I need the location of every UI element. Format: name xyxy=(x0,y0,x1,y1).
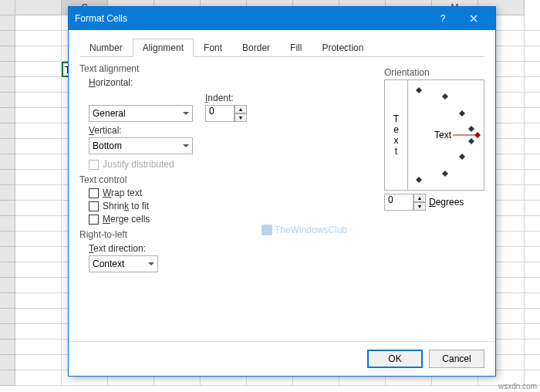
cell[interactable] xyxy=(525,185,540,201)
indent-spinner[interactable]: 0 ▲ ▼ xyxy=(205,105,247,122)
cell[interactable] xyxy=(525,231,540,247)
cell[interactable] xyxy=(15,154,62,170)
cell[interactable] xyxy=(15,185,62,201)
svg-marker-3 xyxy=(459,110,465,117)
svg-marker-6 xyxy=(459,154,465,160)
text-direction-select[interactable]: Context xyxy=(89,255,158,272)
ok-button[interactable]: OK xyxy=(367,350,423,368)
cell[interactable] xyxy=(525,216,540,231)
orientation-box[interactable]: Text Text xyxy=(384,79,484,191)
orientation-dial[interactable]: Text xyxy=(408,80,484,190)
cell[interactable] xyxy=(15,31,62,46)
tab-font[interactable]: Font xyxy=(194,39,232,57)
vertical-select[interactable]: Bottom xyxy=(89,137,193,154)
rtl-group: Right-to-left xyxy=(79,229,484,240)
svg-marker-1 xyxy=(416,87,422,93)
titlebar[interactable]: Format Cells ? xyxy=(69,7,495,30)
cell[interactable] xyxy=(525,46,540,62)
cell[interactable] xyxy=(525,108,540,123)
tab-strip: Number Alignment Font Border Fill Protec… xyxy=(79,38,484,57)
cell[interactable] xyxy=(525,15,540,31)
cell[interactable] xyxy=(15,15,62,31)
cell[interactable] xyxy=(525,324,540,340)
cell[interactable] xyxy=(525,31,540,46)
shrink-label: Shrink to fit xyxy=(103,201,149,211)
cell[interactable] xyxy=(15,324,62,340)
cell[interactable] xyxy=(15,309,62,324)
cell[interactable] xyxy=(15,77,62,93)
cell[interactable] xyxy=(525,154,540,170)
format-cells-dialog: Format Cells ? Number Alignment Font Bor… xyxy=(68,6,496,377)
orientation-horiz-text: Text xyxy=(434,130,452,140)
close-icon xyxy=(470,15,478,22)
cell[interactable] xyxy=(525,139,540,154)
svg-marker-2 xyxy=(442,93,448,100)
tab-border[interactable]: Border xyxy=(232,39,280,57)
cell[interactable] xyxy=(15,355,62,370)
cell[interactable] xyxy=(15,340,62,355)
indent-label: Indent: xyxy=(205,93,247,103)
dialog-title: Format Cells xyxy=(75,13,427,24)
orientation-group: Orientation xyxy=(384,67,484,78)
tab-protection[interactable]: Protection xyxy=(312,39,373,57)
shrink-checkbox[interactable] xyxy=(89,201,99,211)
svg-marker-5 xyxy=(468,138,474,144)
wrap-text-label: Wrap text xyxy=(103,188,142,198)
svg-marker-9 xyxy=(474,132,481,138)
svg-marker-7 xyxy=(442,171,448,177)
tab-alignment[interactable]: Alignment xyxy=(133,39,194,57)
cell[interactable] xyxy=(15,216,62,231)
cell[interactable] xyxy=(15,201,62,216)
cell[interactable] xyxy=(15,46,62,62)
help-button[interactable]: ? xyxy=(427,7,458,30)
cell[interactable] xyxy=(15,231,62,247)
cell[interactable] xyxy=(525,309,540,324)
cell[interactable] xyxy=(15,170,62,185)
cell[interactable] xyxy=(525,340,540,355)
cancel-button[interactable]: Cancel xyxy=(429,350,484,368)
cell[interactable] xyxy=(15,108,62,123)
cell[interactable] xyxy=(525,123,540,139)
cell[interactable] xyxy=(15,293,62,309)
text-direction-label: Text direction: xyxy=(89,243,484,254)
cell[interactable] xyxy=(525,201,540,216)
cell[interactable] xyxy=(525,247,540,262)
cell[interactable] xyxy=(15,278,62,293)
merge-checkbox[interactable] xyxy=(89,215,99,225)
tab-fill[interactable]: Fill xyxy=(280,39,312,57)
tab-number[interactable]: Number xyxy=(79,39,133,57)
cell[interactable] xyxy=(15,370,62,386)
orientation-vertical-text[interactable]: Text xyxy=(385,80,408,190)
cell[interactable] xyxy=(15,247,62,262)
cell[interactable] xyxy=(525,170,540,185)
cell[interactable] xyxy=(15,93,62,108)
cell[interactable] xyxy=(525,77,540,93)
merge-label: Merge cells xyxy=(103,214,150,225)
cell[interactable] xyxy=(15,262,62,278)
indent-up[interactable]: ▲ xyxy=(235,105,247,113)
degrees-label: Degrees xyxy=(429,197,464,208)
indent-down[interactable]: ▼ xyxy=(235,113,247,122)
close-button[interactable] xyxy=(458,7,489,30)
horizontal-select[interactable]: General xyxy=(89,105,193,122)
wrap-text-checkbox[interactable] xyxy=(89,188,99,198)
cell[interactable] xyxy=(525,278,540,293)
cell[interactable] xyxy=(525,62,540,77)
svg-marker-4 xyxy=(468,126,474,132)
justify-distributed-label: Justify distributed xyxy=(103,159,174,170)
degrees-spinner[interactable]: 0 ▲ ▼ xyxy=(384,194,426,211)
justify-distributed-checkbox xyxy=(89,160,99,170)
cell[interactable] xyxy=(525,355,540,370)
svg-marker-8 xyxy=(416,177,422,183)
cell[interactable] xyxy=(15,123,62,139)
cell[interactable] xyxy=(525,93,540,108)
cell[interactable] xyxy=(15,62,62,77)
cell[interactable] xyxy=(525,262,540,278)
cell[interactable] xyxy=(15,139,62,154)
cell[interactable] xyxy=(525,293,540,309)
col-header[interactable] xyxy=(15,0,62,15)
degrees-down[interactable]: ▼ xyxy=(413,202,426,211)
credit-text: wsxdn.com xyxy=(498,382,537,390)
degrees-up[interactable]: ▲ xyxy=(413,194,426,202)
